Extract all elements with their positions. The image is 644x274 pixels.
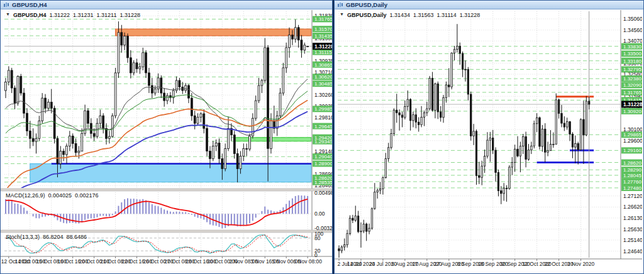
- svg-text:1.28290: 1.28290: [623, 167, 641, 173]
- svg-text:1.31115: 1.31115: [314, 50, 332, 55]
- quote-symbol: GBPUSD,H4: [13, 12, 47, 18]
- svg-text:1.29160: 1.29160: [623, 148, 641, 153]
- svg-text:1.31570: 1.31570: [314, 26, 332, 32]
- svg-text:1.31765: 1.31765: [314, 16, 332, 22]
- svg-text:1.34070: 1.34070: [623, 38, 642, 44]
- svg-text:1.33180: 1.33180: [623, 58, 641, 64]
- svg-text:1.27480: 1.27480: [623, 185, 641, 191]
- chart-window-daily[interactable]: GBPUSD,Daily 2 Jul 202014 Jul 202024 Jul…: [334, 0, 644, 274]
- daily-quote-header[interactable]: ▼ GBPUSD,Daily 1.31434 1.31563 1.31114 1…: [340, 12, 480, 18]
- svg-text:1.27120: 1.27120: [623, 193, 642, 199]
- window-title: GBPUSD,H4: [12, 2, 47, 8]
- svg-text:1.31228: 1.31228: [314, 43, 332, 50]
- svg-text:1.29865: 1.29865: [623, 132, 641, 138]
- quote-symbol: GBPUSD,Daily: [347, 12, 387, 18]
- svg-text:1.29985: 1.29985: [314, 106, 332, 112]
- grid: [338, 11, 621, 261]
- svg-text:1.28900: 1.28900: [314, 161, 332, 167]
- svg-text:1.28620: 1.28620: [623, 160, 641, 166]
- svg-text:1.33830: 1.33830: [623, 44, 641, 50]
- svg-text:1.31765: 1.31765: [623, 90, 641, 96]
- chart-window-h4[interactable]: GBPUSD,H4 12 Oct 202014 Oct 00:0015 Oct …: [0, 0, 333, 274]
- macd-signal-value: 0.002176: [75, 192, 99, 199]
- quote-low: 1.31114: [437, 12, 457, 18]
- svg-text:1.30865: 1.30865: [314, 62, 332, 68]
- quote-high: 1.31563: [413, 12, 434, 18]
- pane-splitter[interactable]: [1, 230, 332, 233]
- h4-quote-header[interactable]: ▼ GBPUSD,H4 1.31222 1.31231 1.31211 1.31…: [6, 12, 140, 18]
- svg-text:1.29645: 1.29645: [314, 124, 332, 129]
- resistance-zone[interactable]: [116, 29, 311, 36]
- svg-text:1.30620: 1.30620: [314, 74, 332, 80]
- quote-high: 1.31231: [73, 12, 94, 18]
- window-title: GBPUSD,Daily: [346, 2, 387, 8]
- chart-dropdown-icon[interactable]: ▼: [340, 12, 344, 18]
- svg-text:0.004989: 0.004989: [314, 190, 332, 196]
- svg-text:1.35060: 1.35060: [623, 16, 642, 22]
- chart-window-icon: [337, 2, 343, 8]
- quote-close: 1.31228: [119, 12, 140, 18]
- chart-dropdown-icon[interactable]: ▼: [6, 12, 10, 18]
- mdi-workspace: GBPUSD,H4 12 Oct 202014 Oct 00:0015 Oct …: [0, 0, 644, 274]
- quote-close: 1.31228: [460, 12, 480, 18]
- svg-text:1.29040: 1.29040: [314, 154, 332, 160]
- stoch-indicator-label: Stoch(13,3,3) 86.8204 88.6486: [6, 234, 87, 240]
- quote-open: 1.31222: [49, 12, 70, 18]
- pane-splitter[interactable]: [1, 189, 332, 191]
- svg-text:1.28045: 1.28045: [623, 173, 641, 178]
- svg-text:1.25140: 1.25140: [623, 237, 642, 243]
- svg-text:6 Nov 08:00: 6 Nov 08:00: [293, 258, 322, 265]
- svg-text:1.25630: 1.25630: [623, 226, 642, 233]
- svg-text:1.31435: 1.31435: [314, 33, 332, 39]
- quote-open: 1.31434: [389, 12, 410, 18]
- svg-text:80: 80: [314, 235, 321, 241]
- candles: [5, 19, 309, 182]
- svg-text:1.33500: 1.33500: [623, 51, 641, 57]
- svg-text:1.30920: 1.30920: [623, 109, 641, 114]
- macd-main-value: 0.004025: [48, 192, 72, 199]
- svg-text:1.34560: 1.34560: [623, 27, 642, 33]
- svg-text:1.29810: 1.29810: [314, 114, 332, 121]
- svg-text:1.26620: 1.26620: [623, 204, 642, 210]
- stoch-name: Stoch(13,3,3): [6, 234, 40, 240]
- svg-text:3 Nov 2020: 3 Nov 2020: [567, 261, 595, 267]
- chart-window-icon: [3, 2, 9, 8]
- svg-text:1.29345: 1.29345: [314, 139, 332, 145]
- svg-text:1.30260: 1.30260: [314, 92, 332, 98]
- svg-text:1.27760: 1.27760: [623, 179, 641, 185]
- svg-text:0: 0: [314, 252, 318, 258]
- svg-text:0.00: 0.00: [314, 211, 325, 217]
- chart-window-h4-titlebar[interactable]: GBPUSD,H4: [1, 1, 332, 9]
- support-zone-green[interactable]: [235, 138, 311, 141]
- svg-text:1.30485: 1.30485: [314, 81, 332, 87]
- support-resistance-levels: [338, 43, 642, 191]
- svg-text:1.29600: 1.29600: [623, 138, 642, 144]
- daily-chart-canvas[interactable]: 2 Jul 202014 Jul 202024 Jul 20205 Aug 20…: [335, 10, 642, 274]
- quote-low: 1.31211: [97, 12, 117, 18]
- svg-text:1.32795: 1.32795: [623, 67, 641, 72]
- stoch-k-value: 86.8204: [43, 234, 64, 240]
- support-zone-blue[interactable]: [30, 163, 311, 182]
- svg-text:1.32380: 1.32380: [623, 76, 641, 82]
- macd-indicator-label: MACD(12,26,9) 0.004025 0.002176: [6, 192, 99, 199]
- svg-text:1.24640: 1.24640: [623, 248, 642, 255]
- chart-window-daily-titlebar[interactable]: GBPUSD,Daily: [335, 1, 643, 9]
- svg-text:1.28535: 1.28535: [314, 180, 332, 185]
- svg-text:1.32090: 1.32090: [623, 82, 641, 88]
- svg-text:1.26130: 1.26130: [623, 215, 642, 221]
- macd-name: MACD(12,26,9): [6, 192, 45, 199]
- svg-text:1.31228: 1.31228: [623, 101, 642, 107]
- macd-histogram: [6, 195, 308, 229]
- stoch-d-value: 88.6486: [67, 234, 87, 240]
